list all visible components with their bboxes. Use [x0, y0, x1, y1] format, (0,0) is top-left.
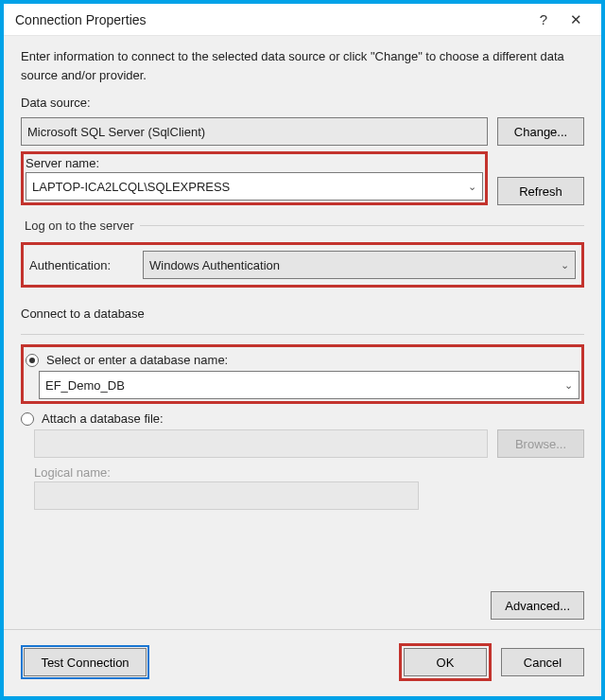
radio-attach-file-label: Attach a database file:: [42, 411, 164, 426]
db-name-value: EF_Demo_DB: [45, 378, 125, 393]
server-highlight: Server name: LAPTOP-ICA2LCQL\SQLEXPRESS …: [21, 151, 488, 205]
logical-name-label: Logical name:: [34, 465, 584, 480]
db-select-highlight: Select or enter a database name: EF_Demo…: [21, 344, 584, 404]
auth-select[interactable]: Windows Authentication ⌄: [143, 251, 576, 279]
close-icon[interactable]: ✕: [560, 11, 592, 28]
db-name-combo[interactable]: EF_Demo_DB ⌄: [39, 371, 579, 399]
chevron-down-icon: ⌄: [561, 259, 569, 271]
auth-value: Windows Authentication: [149, 258, 280, 272]
server-name-combo[interactable]: LAPTOP-ICA2LCQL\SQLEXPRESS ⌄: [26, 172, 483, 201]
radio-select-db-label: Select or enter a database name:: [46, 353, 228, 367]
radio-icon: [26, 354, 39, 367]
test-connection-button[interactable]: Test Connection: [24, 648, 147, 676]
logon-legend: Log on to the server: [21, 219, 140, 233]
chevron-down-icon: ⌄: [564, 379, 573, 392]
browse-button: Browse...: [497, 429, 584, 458]
server-name-value: LAPTOP-ICA2LCQL\SQLEXPRESS: [32, 180, 230, 194]
auth-highlight: Authentication: Windows Authentication ⌄: [21, 242, 584, 288]
ok-highlight: OK: [399, 643, 492, 681]
test-connection-highlight: Test Connection: [21, 645, 149, 679]
help-icon[interactable]: ?: [527, 11, 560, 27]
data-source-field: Microsoft SQL Server (SqlClient): [21, 117, 488, 146]
dialog-footer: Test Connection OK Cancel: [4, 629, 601, 696]
intro-text: Enter information to connect to the sele…: [21, 47, 584, 84]
window-title: Connection Properties: [15, 12, 527, 27]
server-name-label: Server name:: [26, 156, 483, 170]
data-source-value: Microsoft SQL Server (SqlClient): [27, 125, 205, 139]
logical-name-field: [34, 481, 419, 510]
refresh-button[interactable]: Refresh: [497, 177, 584, 205]
logon-group: Log on to the server Authentication: Win…: [21, 219, 584, 288]
change-button[interactable]: Change...: [497, 117, 584, 146]
data-source-label: Data source:: [21, 96, 584, 110]
attach-file-path: [34, 429, 488, 458]
radio-select-db[interactable]: Select or enter a database name:: [26, 353, 579, 367]
auth-label: Authentication:: [29, 258, 133, 272]
radio-attach-file[interactable]: Attach a database file:: [21, 411, 584, 426]
cancel-button[interactable]: Cancel: [501, 648, 584, 676]
radio-icon: [21, 412, 34, 426]
advanced-button[interactable]: Advanced...: [491, 591, 584, 620]
dialog-window: Connection Properties ? ✕ Enter informat…: [0, 0, 605, 700]
dialog-body: Enter information to connect to the sele…: [4, 36, 601, 629]
chevron-down-icon: ⌄: [468, 181, 476, 193]
db-group: Select or enter a database name: EF_Demo…: [21, 334, 584, 510]
db-group-label: Connect to a database: [21, 306, 584, 321]
titlebar: Connection Properties ? ✕: [4, 4, 601, 36]
ok-button[interactable]: OK: [404, 648, 487, 676]
